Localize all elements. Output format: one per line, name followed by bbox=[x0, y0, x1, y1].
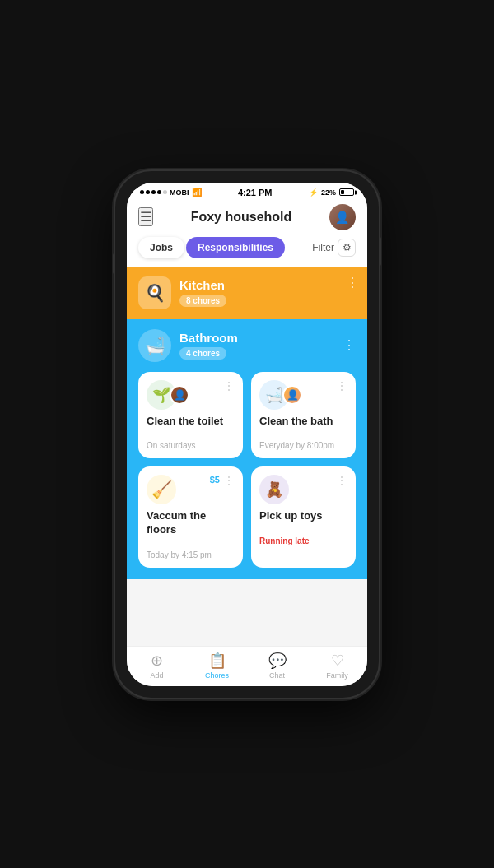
chore-more-1[interactable]: ⋮ bbox=[223, 380, 235, 392]
vaccum-title: Vaccum the floors bbox=[147, 509, 235, 537]
vaccum-subtitle: Today by 4:15 pm bbox=[147, 550, 235, 559]
clean-bath-subtitle: Everyday by 8:00pm bbox=[259, 441, 347, 450]
bathroom-icon: 🛁 bbox=[138, 329, 171, 362]
bathroom-section: 🛁 Bathroom 4 chores ⋮ 🌱 👤 bbox=[127, 319, 367, 580]
wifi-icon: 📶 bbox=[192, 188, 202, 197]
filter-button[interactable]: Filter ⚙ bbox=[312, 239, 356, 257]
status-time: 4:21 PM bbox=[238, 188, 273, 197]
chore-grid: 🌱 👤 ⋮ Clean the toilet On saturdays 🛁 bbox=[138, 372, 356, 569]
family-label: Family bbox=[326, 671, 348, 680]
chore-card-clean-bath[interactable]: 🛁 👤 ⋮ Clean the bath Everyday by 8:00pm bbox=[251, 372, 356, 459]
bluetooth-icon: ⚡ bbox=[309, 188, 318, 197]
chat-label: Chat bbox=[269, 671, 285, 680]
chore-card-vaccum[interactable]: 🧹 $5 ⋮ Vaccum the floors Today by 4:15 p… bbox=[138, 466, 243, 568]
kitchen-title: Kitchen bbox=[179, 278, 356, 292]
chore-card-pickup-toys[interactable]: 🧸 ⋮ Pick up toys Running late bbox=[251, 466, 356, 568]
family-icon: ♡ bbox=[331, 652, 344, 670]
chore-more-3[interactable]: ⋮ bbox=[223, 475, 235, 486]
pickup-toys-icon: 🧸 bbox=[259, 475, 289, 504]
kitchen-icon: 🍳 bbox=[138, 276, 171, 309]
add-label: Add bbox=[150, 671, 163, 680]
phone-screen: MOBI 📶 4:21 PM ⚡ 22% ☰ Foxy household 👤 bbox=[127, 183, 367, 686]
chore-more-4[interactable]: ⋮ bbox=[336, 475, 347, 486]
nav-item-family[interactable]: ♡ Family bbox=[307, 652, 367, 680]
bathroom-more-icon[interactable]: ⋮ bbox=[343, 337, 356, 353]
kitchen-info: Kitchen 8 chores bbox=[179, 278, 356, 307]
add-icon: ⊕ bbox=[151, 652, 163, 670]
status-left: MOBI 📶 bbox=[140, 188, 202, 197]
carrier-label: MOBI bbox=[170, 188, 189, 197]
chore-icons-4: 🧸 bbox=[259, 475, 289, 504]
chore-card-header-2: 🛁 👤 ⋮ bbox=[259, 380, 347, 410]
chore-icons-2: 🛁 👤 bbox=[259, 380, 302, 410]
bottom-nav: ⊕ Add 📋 Chores 💬 Chat ♡ Family bbox=[127, 646, 367, 686]
chore-icons-1: 🌱 👤 bbox=[147, 380, 189, 410]
phone-frame: MOBI 📶 4:21 PM ⚡ 22% ☰ Foxy household 👤 bbox=[115, 171, 379, 698]
kitchen-more-icon[interactable]: ⋮ bbox=[346, 275, 359, 290]
chore-card-header-1: 🌱 👤 ⋮ bbox=[147, 380, 235, 410]
tab-switcher: Jobs Responsibilities Filter ⚙ bbox=[127, 237, 367, 267]
pickup-toys-title: Pick up toys bbox=[259, 509, 347, 523]
bathroom-title: Bathroom bbox=[179, 331, 238, 345]
nav-item-chat[interactable]: 💬 Chat bbox=[247, 652, 307, 680]
bathroom-badge: 4 chores bbox=[179, 347, 226, 360]
nav-item-chores[interactable]: 📋 Chores bbox=[187, 652, 247, 680]
chore-icons-3: 🧹 bbox=[147, 475, 176, 504]
status-right: ⚡ 22% bbox=[309, 188, 354, 197]
filter-label: Filter bbox=[312, 242, 334, 253]
clean-toilet-subtitle: On saturdays bbox=[147, 441, 235, 450]
chat-icon: 💬 bbox=[268, 652, 287, 670]
tab-buttons: Jobs Responsibilities bbox=[138, 237, 285, 258]
chores-label: Chores bbox=[205, 671, 229, 680]
signal-dots bbox=[140, 190, 167, 194]
app-title: Foxy household bbox=[191, 210, 292, 225]
bathroom-info: Bathroom 4 chores bbox=[179, 331, 238, 360]
status-bar: MOBI 📶 4:21 PM ⚡ 22% bbox=[127, 183, 367, 201]
clean-toilet-title: Clean the toilet bbox=[147, 415, 235, 429]
clean-bath-title: Clean the bath bbox=[259, 415, 347, 429]
chore-card-header-3: 🧹 $5 ⋮ bbox=[147, 475, 235, 504]
pickup-toys-subtitle: Running late bbox=[259, 536, 347, 545]
top-bar: ☰ Foxy household 👤 bbox=[127, 201, 367, 237]
content-area: 🍳 Kitchen 8 chores ⋮ 🛁 Bathroom 4 chores… bbox=[127, 267, 367, 646]
user-avatar-1: 👤 bbox=[170, 385, 189, 405]
chore-card-header-4: 🧸 ⋮ bbox=[259, 475, 347, 504]
tab-responsibilities[interactable]: Responsibilities bbox=[186, 237, 285, 258]
kitchen-section[interactable]: 🍳 Kitchen 8 chores ⋮ bbox=[127, 267, 367, 319]
kitchen-badge: 8 chores bbox=[179, 295, 226, 307]
chore-more-2[interactable]: ⋮ bbox=[336, 380, 347, 392]
bathroom-header: 🛁 Bathroom 4 chores ⋮ bbox=[138, 329, 356, 362]
avatar-image: 👤 bbox=[329, 204, 356, 230]
menu-button[interactable]: ☰ bbox=[138, 207, 153, 226]
user-avatar[interactable]: 👤 bbox=[329, 204, 356, 230]
chores-icon: 📋 bbox=[208, 652, 226, 670]
filter-icon: ⚙ bbox=[338, 239, 356, 257]
vaccum-price: $5 bbox=[210, 475, 220, 485]
battery-percent: 22% bbox=[321, 188, 336, 197]
nav-item-add[interactable]: ⊕ Add bbox=[127, 652, 187, 680]
battery-icon bbox=[339, 188, 354, 196]
user-avatar-2: 👤 bbox=[282, 385, 302, 405]
tab-jobs[interactable]: Jobs bbox=[138, 237, 184, 258]
vaccum-icon: 🧹 bbox=[147, 475, 176, 504]
chore-card-clean-toilet[interactable]: 🌱 👤 ⋮ Clean the toilet On saturdays bbox=[138, 372, 243, 459]
